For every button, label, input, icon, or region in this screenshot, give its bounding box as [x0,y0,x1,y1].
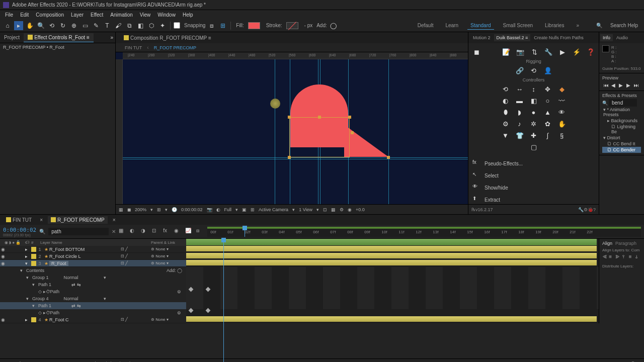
layer-row-1[interactable]: ◉ ▸ 1 ★R_Foot BOTTOM ⊡ ╱ ⊚ None ▾ [0,246,186,253]
view-value[interactable]: 1 View [299,207,312,212]
align-hcenter-icon[interactable]: ≡ [609,254,614,262]
menu-layer[interactable]: Layer [68,11,87,19]
anchor-tc[interactable] [318,116,321,119]
tab-audio[interactable]: Audio [614,34,630,41]
ws-small[interactable]: Small Screen [500,22,536,30]
ctrl-ypos-icon[interactable]: ↕ [529,84,539,94]
vf-safe-icon[interactable]: ▣ [242,207,247,212]
orbit-tool-icon[interactable]: ⟲ [47,21,56,30]
res-value[interactable]: Full [224,207,232,212]
tab-project[interactable]: Project [0,33,24,42]
vf-3d-icon[interactable]: ▦ [331,207,336,212]
tab-effect-controls[interactable]: Effect Controls R_Foot ≡ [24,33,94,42]
clear-search-icon[interactable]: ✕ [112,229,116,234]
ctrl-foot-icon[interactable]: ◗ [515,107,525,117]
tl-track-area[interactable] [186,239,599,323]
prop-path-a[interactable]: ◇ ▸ ⏱ Path⊚ [0,288,186,295]
time-value[interactable]: 0:00:00:02 [181,207,203,212]
prop-path-b[interactable]: ◇ ▸ ⏱ Path⊚ [0,309,186,316]
prop-group1[interactable]: ▾Group 1Normal▾ [0,274,186,281]
preset-anim[interactable]: ▾ * Animation Presets [602,107,641,118]
align-right-icon[interactable]: ⫸ [615,254,621,262]
duik-link-icon[interactable]: 🔗 [515,65,525,75]
last-frame-icon[interactable]: ⏭ [634,82,640,88]
tl-graph-icon[interactable]: 📈 [185,228,193,236]
guide-v6[interactable] [388,59,389,204]
vf-res-icon[interactable]: ⊞ [157,207,161,212]
vf-render-icon[interactable]: ⚙ [340,207,344,212]
layer-row-4[interactable]: ◉ ▸ 4 ★R_Foot C ⊡ ╱ ⊚ None ▾ [0,316,186,323]
tl-shy-icon[interactable]: ◐ [130,228,138,236]
tl-snap-icon[interactable]: ⧈ [196,228,204,236]
add-shape-icon[interactable]: ◯ [329,21,338,30]
menu-effect[interactable]: Effect [88,11,106,19]
ctrl-slider-icon[interactable]: ◐ [501,96,511,106]
snapping-checkbox[interactable] [174,22,180,29]
pseudo-effects[interactable]: fxPseudo-Effects... [471,157,596,169]
tab-duik[interactable]: Duik Bassel.2 ≡ [494,34,531,41]
preset-ccbendit[interactable]: 🗋 CC Bend It [602,141,641,147]
vf-px-icon[interactable]: ⊡ [323,207,327,212]
ctrl-look-icon[interactable]: 👁 [557,107,567,117]
guide-v1[interactable] [275,59,275,204]
tl-ruler[interactable]: 00f 01f 02f 03f 04f 05f 06f 07f 08f 09f … [207,227,641,237]
duik-anim-icon[interactable]: ▶ [557,47,568,57]
subtab-fintut[interactable]: FIN TUT [122,44,145,51]
snap2-icon[interactable]: ⊞ [218,21,227,30]
ctrl-head-icon[interactable]: ⬮ [501,107,511,117]
exposure-value[interactable]: +0.0 [356,207,365,212]
tl-mb-icon[interactable]: ◉ [174,228,182,236]
snap-icon[interactable]: ⧈ [207,21,216,30]
preset-ccbender[interactable]: 🗋 CC Bender [602,147,641,153]
anchor-tr[interactable] [348,116,351,119]
marker-dot[interactable] [270,99,280,109]
align-bottom-icon[interactable]: ⫰ [635,254,641,262]
canvas[interactable] [123,59,468,204]
tl-tab-fintut[interactable]: FIN TUT [3,216,35,224]
rotate-tool-icon[interactable]: ↻ [58,21,67,30]
duik-help-icon[interactable]: ❓ [586,47,596,57]
rect-tool-icon[interactable]: ▭ [80,21,90,30]
anchor-tool-icon[interactable]: ⊕ [69,21,78,30]
pen-tool-icon[interactable]: ✎ [92,21,101,30]
tab-info[interactable]: Info [600,34,613,41]
ctrl-2dslider-icon[interactable]: ▬ [515,96,525,106]
ctrl-transform-icon[interactable]: ◆ [557,84,567,94]
ctrl-bbox-icon[interactable]: ▢ [529,142,539,152]
duik-constraints-icon[interactable]: ⟲ [529,65,539,75]
menu-view[interactable]: View [137,11,154,19]
align-left-icon[interactable]: ⫷ [602,254,608,262]
vf-mag-icon[interactable]: ▦ [119,207,123,212]
text-tool-icon[interactable]: T [103,21,112,30]
tab-menu-icon[interactable]: ≡ [87,35,90,40]
ws-default[interactable]: Default [415,22,437,30]
brush-tool-icon[interactable]: 🖌 [114,21,123,30]
search-help[interactable]: 🔍 Search Help [593,22,641,30]
preset-search[interactable] [609,99,637,107]
anchor-bl[interactable] [288,156,291,159]
ctrl-tail-icon[interactable]: ∫ [543,130,553,140]
anchor-toe[interactable] [387,156,390,159]
ctrl-cam-icon[interactable]: ○ [543,96,553,106]
tl-switch-icon[interactable]: ⊡ [152,228,160,236]
ctrl-hoof-icon[interactable]: ▲ [543,107,553,117]
current-time[interactable]: 0:00:00:02 [3,227,36,233]
vf-alpha-icon[interactable]: ◼ [127,207,131,212]
prop-path1a[interactable]: ▾Path 1⇄ ⇆ [0,281,186,288]
workarea-bar[interactable] [186,239,597,245]
duik-cam-icon[interactable]: 📷 [515,47,525,57]
tl-ql-icon[interactable]: ◑ [141,228,149,236]
duik-auto-icon[interactable]: 👤 [543,65,553,75]
bounding-box[interactable] [289,117,350,157]
menu-help[interactable]: Help [180,11,196,19]
menu-file[interactable]: File [2,11,16,19]
ctrl-audio-icon[interactable]: ♪ [515,119,525,129]
align-tab[interactable]: Align [602,241,612,246]
duik-wrench-icon[interactable]: 🔧 [578,207,584,212]
duik-notes-icon[interactable]: 📝 [501,47,511,57]
prop-path1b[interactable]: ▾Path 1⇄ ⇆ [0,302,186,309]
foot-toe-shape[interactable] [344,125,388,157]
clone-tool-icon[interactable]: ⧉ [125,21,134,30]
layer-search[interactable] [48,228,109,235]
ctrl-eye-icon[interactable]: 〰 [557,96,567,106]
